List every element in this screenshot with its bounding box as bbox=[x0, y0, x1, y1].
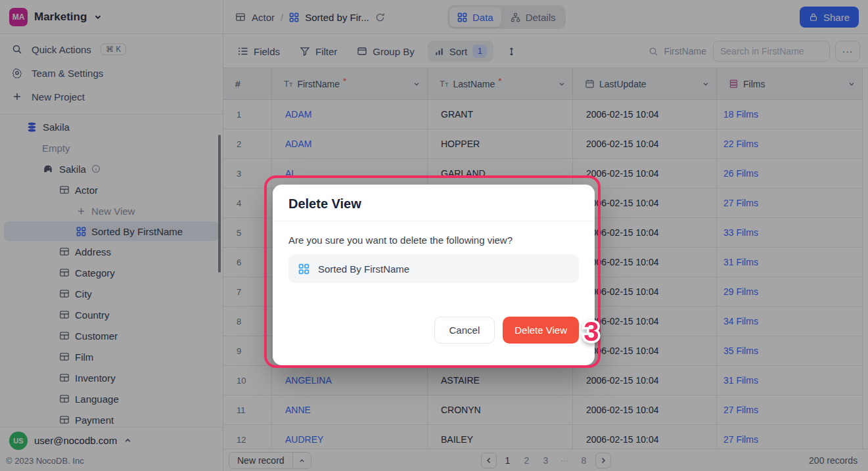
cancel-button[interactable]: Cancel bbox=[434, 317, 495, 344]
view-chip: Sorted By FirstName bbox=[288, 254, 579, 283]
modal-message: Are you sure you want to delete the foll… bbox=[288, 235, 579, 246]
view-chip-label: Sorted By FirstName bbox=[318, 263, 409, 275]
nocodb-app: MA Marketing Quick Actions ⌘ K Team & Se… bbox=[0, 0, 868, 471]
delete-view-modal: Delete View Are you sure you want to del… bbox=[273, 185, 595, 365]
delete-view-button[interactable]: Delete View bbox=[503, 317, 579, 344]
modal-body: Are you sure you want to delete the foll… bbox=[273, 221, 595, 283]
modal-footer: Cancel Delete View bbox=[434, 317, 579, 344]
modal-title: Delete View bbox=[273, 185, 595, 221]
grid-view-icon bbox=[298, 263, 309, 275]
